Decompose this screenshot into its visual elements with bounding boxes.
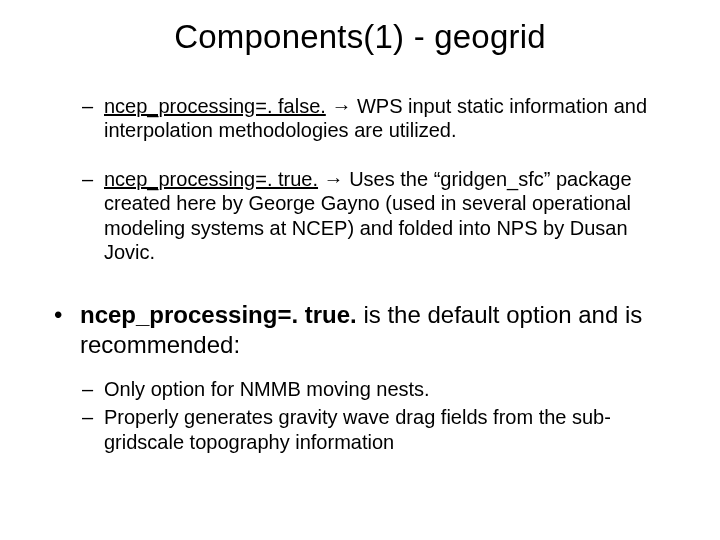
bullet-text: ncep_processing=. false. → WPS input sta…	[104, 94, 674, 143]
dash-icon: –	[54, 405, 104, 454]
arrow-icon: →	[324, 168, 344, 190]
slide: Components(1) - geogrid – ncep_processin…	[0, 0, 720, 540]
dash-icon: –	[54, 377, 104, 401]
bullet-sub: – Properly generates gravity wave drag f…	[54, 405, 674, 454]
slide-title: Components(1) - geogrid	[0, 18, 720, 56]
dot-icon: •	[54, 300, 80, 359]
dash-icon: –	[54, 167, 104, 265]
bullet-sub: – ncep_processing=. true. → Uses the “gr…	[54, 167, 674, 265]
bullet-text: ncep_processing=. true. → Uses the “grid…	[104, 167, 674, 265]
bullet-top: • ncep_processing=. true. is the default…	[54, 300, 674, 359]
bullet-sub: – ncep_processing=. false. → WPS input s…	[54, 94, 674, 143]
bullet-sub: – Only option for NMMB moving nests.	[54, 377, 674, 401]
bullet-bold: ncep_processing=. true.	[80, 301, 357, 328]
bullet-label: ncep_processing=. true.	[104, 168, 318, 190]
bullet-label: ncep_processing=. false.	[104, 95, 326, 117]
slide-body: – ncep_processing=. false. → WPS input s…	[54, 94, 674, 458]
dash-icon: –	[54, 94, 104, 143]
bullet-text: ncep_processing=. true. is the default o…	[80, 300, 674, 359]
arrow-icon: →	[331, 95, 351, 117]
bullet-text: Properly generates gravity wave drag fie…	[104, 405, 674, 454]
bullet-text: Only option for NMMB moving nests.	[104, 377, 674, 401]
